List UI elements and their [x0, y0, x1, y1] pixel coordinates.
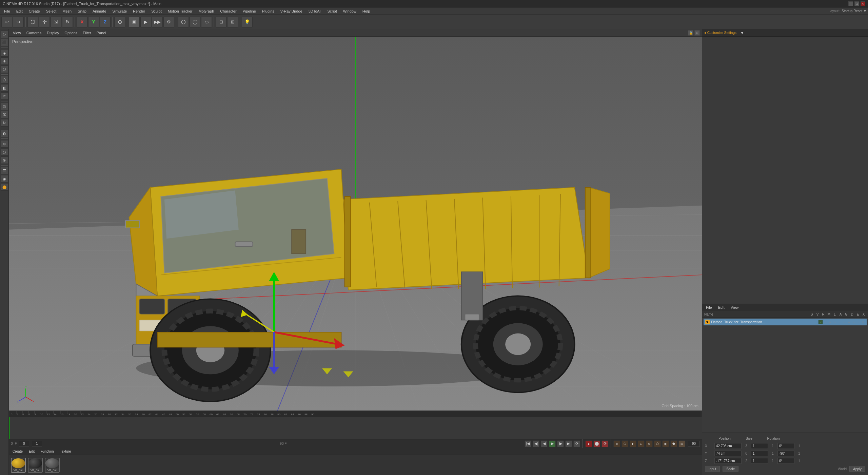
vray-btn-5[interactable]: ⊕	[646, 440, 653, 447]
vray-btn-4[interactable]: ⊡	[638, 440, 645, 447]
menu-simulate[interactable]: Simulate	[110, 8, 130, 14]
obj-icon-x[interactable]: ✕	[861, 320, 865, 324]
left-rotate-tool[interactable]: ↻	[1, 119, 8, 127]
mat-menu-texture[interactable]: Texture	[58, 449, 73, 454]
rotation-p-input[interactable]	[777, 451, 794, 456]
layout-value[interactable]: Startup Reset ▼	[842, 9, 867, 13]
vray-btn-1[interactable]: ◈	[613, 440, 620, 447]
position-z-input[interactable]	[714, 458, 742, 464]
left-texture-mode[interactable]: ◧	[1, 84, 8, 92]
menu-script[interactable]: Script	[325, 8, 340, 14]
left-move-tool[interactable]: ⊡	[1, 103, 8, 110]
vray-end-btn[interactable]: ⊞	[678, 440, 685, 447]
vray-btn-8[interactable]: ⬟	[670, 440, 677, 447]
left-point-mode[interactable]: ◈	[1, 49, 8, 57]
axis-z-button[interactable]: Z	[100, 17, 111, 27]
cube-display-button[interactable]: ⬡	[178, 17, 189, 27]
left-sculpt-5[interactable]: ◉	[1, 175, 8, 183]
redo-button[interactable]: ↪	[13, 17, 24, 27]
current-frame-input[interactable]	[19, 441, 29, 447]
menu-pipeline[interactable]: Pipeline	[240, 8, 259, 14]
prev-frame-button[interactable]: ◀|	[533, 440, 539, 447]
size-y-input[interactable]	[751, 451, 768, 456]
render-region-button[interactable]: ▣	[129, 17, 140, 27]
obj-icon-v[interactable]: ○	[823, 320, 827, 324]
material-swatch-1[interactable]: VR_Full	[11, 458, 26, 473]
menu-motion-tracker[interactable]: Motion Tracker	[165, 8, 195, 14]
apply-button[interactable]: Apply	[849, 466, 865, 472]
goto-end-button[interactable]: ▶|	[565, 440, 572, 447]
left-paint-tool[interactable]: ⬛	[1, 39, 8, 46]
menu-vraybridge[interactable]: V-Ray Bridge	[278, 8, 305, 14]
cylinder-display-button[interactable]: ⬭	[201, 17, 212, 27]
menu-edit[interactable]: Edit	[14, 8, 25, 14]
menu-help[interactable]: Help	[360, 8, 373, 14]
left-sculpt-1[interactable]: ⊕	[1, 140, 8, 148]
menu-animate[interactable]: Animate	[90, 8, 109, 14]
goto-start-button[interactable]: |◀	[525, 440, 531, 447]
rotation-h-input[interactable]	[777, 443, 794, 449]
menu-mesh[interactable]: Mesh	[60, 8, 74, 14]
vray-btn-7[interactable]: ◧	[662, 440, 669, 447]
render-active-button[interactable]: ▶	[140, 17, 151, 27]
obj-menu-file[interactable]: File	[704, 305, 714, 310]
scale-button[interactable]: Scale	[723, 466, 738, 472]
snap-button[interactable]: ⊡	[216, 17, 226, 27]
vp-menu-view[interactable]: View	[11, 31, 23, 35]
menu-sculpt[interactable]: Sculpt	[149, 8, 164, 14]
mat-menu-function[interactable]: Function	[39, 449, 55, 454]
play-forward-button[interactable]: ▶	[549, 440, 556, 447]
size-z-input[interactable]	[751, 458, 768, 464]
rotation-b-input[interactable]	[777, 458, 794, 464]
close-button[interactable]: ✕	[861, 1, 865, 6]
obj-icon-g[interactable]: ○	[847, 320, 851, 324]
keyframe-pos-button[interactable]: ⬤	[593, 440, 600, 447]
live-selection-button[interactable]: ⬡	[27, 17, 38, 27]
material-swatch-2[interactable]: VR_Full	[28, 458, 43, 473]
obj-icon-s[interactable]: ✓	[818, 320, 823, 324]
menu-3dtoall[interactable]: 3DToAll	[306, 8, 324, 14]
left-camera-tool[interactable]: ◐	[1, 130, 8, 137]
obj-icon-m[interactable]: ○	[833, 320, 837, 324]
next-frame-button[interactable]: |▶	[557, 440, 564, 447]
left-scale-tool[interactable]: ⌘	[1, 111, 8, 118]
object-row-truck[interactable]: ▼ Flatbed_Truck_for_Transportation... ✓ …	[704, 319, 867, 325]
keyframe-rot-button[interactable]: ⟳	[601, 440, 608, 447]
mat-menu-edit[interactable]: Edit	[27, 449, 36, 454]
menu-file[interactable]: File	[1, 8, 13, 14]
loop-button[interactable]: ⟳	[573, 440, 580, 447]
render-view-button[interactable]: ▶▶	[152, 17, 163, 27]
vray-btn-6[interactable]: ⬠	[654, 440, 661, 447]
menu-snap[interactable]: Snap	[75, 8, 89, 14]
left-sculpt-3[interactable]: ⊗	[1, 156, 8, 164]
light-button[interactable]: 💡	[242, 17, 253, 27]
viewport-3d[interactable]: Perspective Grid Spacing : 100 cm Y X Z	[9, 37, 702, 411]
start-frame-input[interactable]	[32, 441, 42, 447]
obj-icon-r[interactable]: ○	[828, 320, 832, 324]
maximize-button[interactable]: □	[854, 1, 859, 6]
left-sculpt-2[interactable]: ◌	[1, 148, 8, 156]
menu-plugins[interactable]: Plugins	[259, 8, 277, 14]
world-coord-button[interactable]: ⊕	[114, 17, 125, 27]
vp-menu-options[interactable]: Options	[62, 31, 79, 35]
axis-y-button[interactable]: Y	[88, 17, 99, 27]
obj-icon-l[interactable]: ○	[837, 320, 842, 324]
left-sculpt-4[interactable]: ☰	[1, 167, 8, 174]
left-model-mode[interactable]: ⟳	[1, 92, 8, 100]
left-sculpt-6[interactable]: ⬤	[1, 183, 8, 191]
rotate-tool-button[interactable]: ↻	[62, 17, 73, 27]
vray-btn-3[interactable]: ◐	[630, 440, 636, 447]
obj-icon-e[interactable]: ○	[856, 320, 861, 324]
size-x-input[interactable]	[751, 443, 768, 449]
scale-tool-button[interactable]: ⇲	[51, 17, 61, 27]
rp-arrow-btn[interactable]: ▼	[739, 30, 745, 36]
vp-expand-button[interactable]: ⊞	[694, 30, 700, 36]
mat-menu-create[interactable]: Create	[11, 449, 24, 454]
menu-render[interactable]: Render	[130, 8, 148, 14]
minimize-button[interactable]: ─	[848, 1, 853, 6]
menu-create[interactable]: Create	[26, 8, 43, 14]
sphere-display-button[interactable]: ◯	[190, 17, 200, 27]
menu-select[interactable]: Select	[43, 8, 59, 14]
move-tool-button[interactable]: ✛	[39, 17, 50, 27]
menu-character[interactable]: Character	[217, 8, 239, 14]
